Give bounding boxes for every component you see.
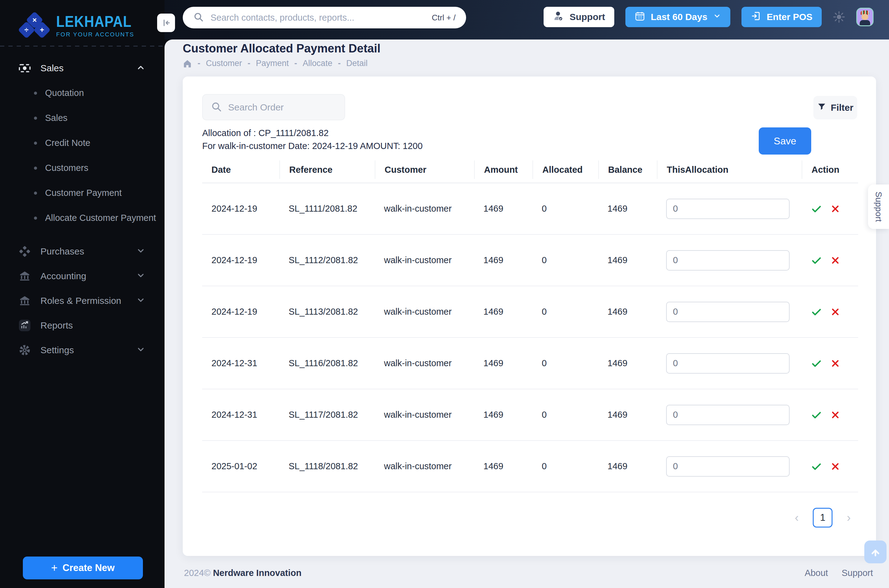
this-allocation-input[interactable] — [666, 353, 790, 374]
breadcrumb-allocate[interactable]: Allocate — [303, 58, 332, 68]
sidebar-item-purchases[interactable]: Purchases — [0, 239, 165, 264]
cell-date: 2024-12-31 — [202, 358, 279, 368]
user-avatar[interactable] — [856, 8, 874, 26]
sidebar-collapse-button[interactable] — [157, 14, 175, 32]
cell-balance: 1469 — [598, 461, 657, 471]
cell-reference: SL_1117/2081.82 — [279, 410, 375, 420]
brand-logo: × ÷ + LEKHAPAL FOR YOUR ACCOUNTS — [0, 0, 165, 43]
col-amount: Amount — [474, 160, 533, 179]
cell-allocated: 0 — [533, 358, 598, 368]
table-row: 2024-12-31 SL_1117/2081.82 walk-in-custo… — [202, 389, 858, 441]
support-button[interactable]: Support — [544, 7, 614, 27]
subitem-label: Credit Note — [45, 138, 90, 148]
col-balance: Balance — [598, 160, 657, 179]
confirm-check-icon[interactable] — [811, 255, 822, 266]
page-number-button[interactable]: 1 — [813, 508, 832, 528]
support-side-tab-label: Support — [874, 192, 883, 222]
date-range-button[interactable]: Last 60 Days — [625, 7, 730, 27]
allocation-summary: Allocation of : CP_1111/2081.82 For walk… — [202, 126, 423, 152]
cancel-x-icon[interactable] — [830, 410, 841, 420]
create-new-button[interactable]: + Create New — [23, 556, 143, 579]
col-date: Date — [202, 160, 279, 179]
filter-label: Filter — [830, 102, 853, 113]
footer-link-about[interactable]: About — [805, 568, 828, 578]
breadcrumb-detail[interactable]: Detail — [346, 58, 368, 68]
brand-name: LEKHAPAL — [56, 13, 134, 30]
chevron-down-icon — [136, 345, 146, 356]
sidebar-item-reports[interactable]: Reports — [0, 313, 165, 338]
table-row: 2024-12-31 SL_1116/2081.82 walk-in-custo… — [202, 338, 858, 389]
theme-toggle-sun-icon[interactable] — [833, 11, 845, 23]
sidebar-item-sales-sub[interactable]: Sales — [0, 105, 165, 130]
global-search-input[interactable] — [210, 13, 432, 23]
table-row: 2024-12-19 SL_1112/2081.82 walk-in-custo… — [202, 235, 858, 286]
previous-page-chevron-icon[interactable]: ‹ — [795, 512, 799, 524]
this-allocation-input[interactable] — [666, 405, 790, 425]
cell-balance: 1469 — [598, 255, 657, 265]
this-allocation-input[interactable] — [666, 456, 790, 477]
sidebar-item-sales[interactable]: Sales — [0, 56, 165, 81]
sidebar-item-quotation[interactable]: Quotation — [0, 81, 165, 105]
cell-customer: walk-in-customer — [375, 461, 474, 471]
sidebar-item-customer-payment[interactable]: Customer Payment — [0, 180, 165, 206]
breadcrumb-customer[interactable]: Customer — [206, 58, 242, 68]
confirm-check-icon[interactable] — [811, 410, 822, 420]
cell-date: 2024-12-19 — [202, 307, 279, 317]
cell-date: 2024-12-19 — [202, 204, 279, 214]
sidebar-item-settings[interactable]: Settings — [0, 338, 165, 363]
scroll-to-top-button[interactable] — [864, 540, 886, 563]
sidebar-item-allocate-customer-payment[interactable]: Allocate Customer Payment — [0, 206, 165, 231]
search-order-input[interactable] — [228, 102, 347, 112]
save-button[interactable]: Save — [759, 128, 811, 154]
table-row: 2024-12-19 SL_1111/2081.82 walk-in-custo… — [202, 183, 858, 235]
this-allocation-input[interactable] — [666, 250, 790, 270]
search-icon — [193, 12, 204, 24]
next-page-chevron-icon[interactable]: › — [847, 512, 851, 524]
enter-pos-button[interactable]: Enter POS — [742, 7, 822, 27]
cell-date: 2024-12-31 — [202, 410, 279, 420]
support-side-tab[interactable]: Support — [868, 184, 889, 229]
cancel-x-icon[interactable] — [830, 255, 841, 266]
footer-copyright: 2024©Nerdware Innovation — [184, 568, 302, 578]
home-icon[interactable] — [183, 59, 192, 68]
cancel-x-icon[interactable] — [830, 358, 841, 369]
sidebar-item-label: Reports — [41, 320, 73, 331]
col-allocated: Allocated — [533, 160, 598, 179]
chevron-down-icon — [136, 271, 146, 281]
purchases-diamonds-icon — [18, 246, 32, 257]
cell-amount: 1469 — [474, 307, 533, 317]
this-allocation-input[interactable] — [666, 302, 790, 322]
sidebar-item-credit-note[interactable]: Credit Note — [0, 130, 165, 156]
subitem-label: Quotation — [45, 88, 84, 98]
cancel-x-icon[interactable] — [830, 307, 841, 317]
report-chart-icon — [18, 319, 32, 332]
chevron-up-icon — [136, 63, 146, 74]
cell-allocated: 0 — [533, 255, 598, 265]
confirm-check-icon[interactable] — [811, 203, 822, 214]
bullet-icon — [34, 217, 37, 220]
confirm-check-icon[interactable] — [811, 358, 822, 369]
breadcrumb-payment[interactable]: Payment — [256, 58, 289, 68]
confirm-check-icon[interactable] — [811, 461, 822, 472]
this-allocation-input[interactable] — [666, 199, 790, 219]
cell-amount: 1469 — [474, 410, 533, 420]
sidebar-item-customers[interactable]: Customers — [0, 156, 165, 180]
global-search[interactable]: Ctrl + / — [183, 7, 466, 28]
enter-pos-label: Enter POS — [767, 12, 812, 22]
bullet-icon — [34, 117, 37, 120]
cancel-x-icon[interactable] — [830, 204, 841, 214]
col-customer: Customer — [375, 160, 474, 179]
search-order-box[interactable] — [202, 94, 345, 120]
footer-link-support[interactable]: Support — [841, 568, 873, 578]
sidebar-item-accounting[interactable]: Accounting — [0, 264, 165, 288]
breadcrumb-separator: - — [294, 58, 297, 68]
sidebar-item-roles-permission[interactable]: Roles & Permission — [0, 288, 165, 313]
cell-date: 2025-01-02 — [202, 461, 279, 471]
breadcrumb-separator: - — [248, 58, 250, 68]
table-header-row: Date Reference Customer Amount Allocated… — [202, 157, 858, 183]
subitem-label: Sales — [45, 113, 68, 123]
confirm-check-icon[interactable] — [811, 306, 822, 318]
cancel-x-icon[interactable] — [830, 461, 841, 472]
filter-button[interactable]: Filter — [813, 96, 857, 119]
cell-reference: SL_1116/2081.82 — [279, 358, 375, 368]
